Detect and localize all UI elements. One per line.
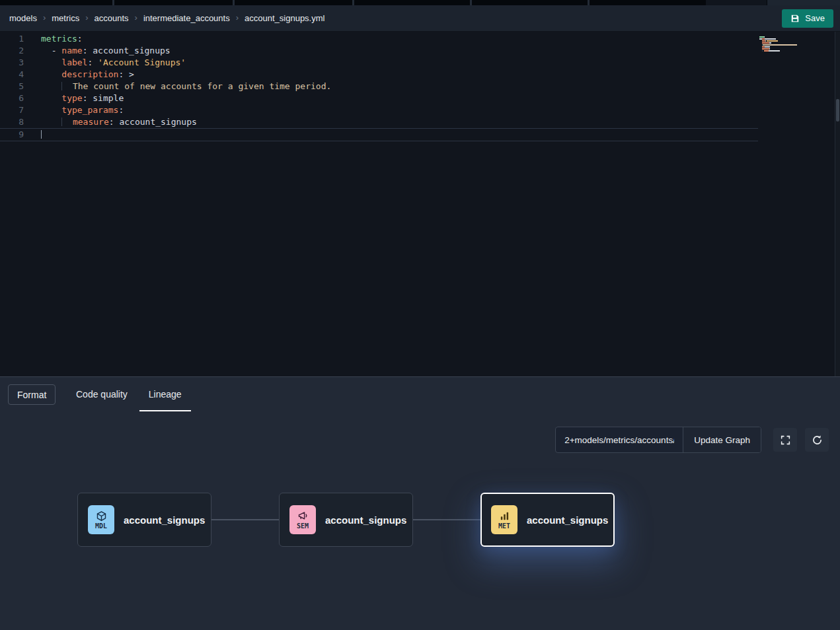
line-code	[41, 129, 42, 141]
lineage-selector-group: Update Graph	[555, 427, 761, 453]
node-type-badge: MDL	[95, 522, 107, 530]
save-button-label: Save	[805, 13, 825, 23]
editor-line[interactable]: 5 The count of new accounts for a given …	[0, 81, 758, 92]
editor-line[interactable]: 2 - name: account_signups	[0, 45, 758, 57]
line-number: 6	[0, 92, 24, 104]
tab-divider	[112, 0, 114, 5]
editor-line[interactable]: 7 type_params:	[0, 104, 758, 116]
line-number: 5	[0, 81, 24, 92]
breadcrumb-item-accounts[interactable]: accounts	[95, 13, 129, 23]
node-title: account_signups	[325, 514, 406, 526]
lineage-node[interactable]: MDL account_signups	[77, 493, 211, 547]
save-button[interactable]: Save	[782, 9, 833, 28]
editor-lines: 1 metrics: 2 - name: account_signups 3 l…	[0, 33, 758, 141]
breadcrumb-item-intermediate-accounts[interactable]: intermediate_accounts	[143, 13, 230, 23]
refresh-graph-button[interactable]	[805, 428, 829, 452]
file-tab[interactable]	[706, 0, 767, 5]
line-code: metrics:	[41, 33, 83, 45]
chevron-right-icon: ›	[85, 13, 88, 22]
line-code: - name: account_signups	[41, 45, 171, 57]
editor-line[interactable]: 8 measure: account_signups	[0, 116, 758, 128]
lineage-selector-input[interactable]	[556, 427, 683, 452]
lineage-node[interactable]: SEM account_signups	[279, 493, 413, 547]
editor-scrollbar[interactable]	[835, 32, 840, 376]
tab-divider	[352, 0, 354, 5]
format-button[interactable]: Format	[8, 384, 56, 405]
lineage-edge	[413, 519, 480, 520]
chevron-right-icon: ›	[236, 13, 239, 22]
editor-line[interactable]: 4 description: >	[0, 69, 758, 81]
tab-code-quality[interactable]: Code quality	[65, 377, 138, 411]
tab-divider	[233, 0, 235, 5]
tab-lineage-label: Lineage	[149, 389, 182, 400]
update-graph-button[interactable]: Update Graph	[683, 427, 761, 452]
tab-lineage[interactable]: Lineage	[138, 377, 192, 411]
breadcrumb-item-models[interactable]: models	[9, 13, 37, 23]
line-number: 1	[0, 33, 24, 45]
breadcrumb: models › metrics › accounts › intermedia…	[9, 13, 325, 23]
node-type-badge: MET	[498, 522, 510, 530]
editor-line[interactable]: 3 label: 'Account Signups'	[0, 57, 758, 69]
floppy-save-icon	[790, 14, 800, 23]
line-code: type_params:	[41, 104, 124, 116]
file-tab[interactable]	[767, 0, 840, 5]
node-type-badge: SEM	[297, 522, 309, 530]
line-code: type: simple	[41, 92, 124, 104]
editor-line[interactable]: 6 type: simple	[0, 92, 758, 104]
lineage-toolbar: Update Graph	[555, 427, 829, 453]
line-number: 7	[0, 104, 24, 116]
editor-line[interactable]: 9	[0, 128, 758, 141]
metric-chart-icon	[499, 510, 510, 522]
scrollbar-thumb[interactable]	[836, 99, 839, 122]
tab-code-quality-label: Code quality	[76, 389, 128, 400]
fullscreen-button[interactable]	[773, 428, 797, 452]
line-number: 9	[0, 129, 24, 141]
editor-line[interactable]: 1 metrics:	[0, 33, 758, 45]
semantic-megaphone-icon	[297, 510, 309, 522]
editor-minimap[interactable]	[759, 36, 802, 54]
line-number: 8	[0, 116, 24, 128]
code-editor[interactable]: 1 metrics: 2 - name: account_signups 3 l…	[0, 32, 840, 376]
tab-divider	[470, 0, 472, 5]
breadcrumb-item-filename: account_signups.yml	[245, 13, 325, 23]
node-type-tile: SEM	[289, 505, 316, 534]
breadcrumb-bar: models › metrics › accounts › intermedia…	[0, 5, 840, 32]
bottom-panel-tabs: Code quality Lineage	[65, 377, 192, 411]
line-code: label: 'Account Signups'	[41, 57, 186, 69]
breadcrumb-item-metrics[interactable]: metrics	[52, 13, 79, 23]
node-title: account_signups	[124, 514, 205, 526]
chevron-right-icon: ›	[135, 13, 137, 22]
model-cube-icon	[96, 510, 107, 522]
refresh-icon	[812, 435, 823, 446]
line-code: The count of new accounts for a given ti…	[41, 81, 331, 92]
line-number: 2	[0, 45, 24, 57]
file-tab-strip[interactable]	[0, 0, 840, 5]
lineage-edge	[211, 519, 279, 520]
node-title: account_signups	[527, 514, 608, 526]
node-type-tile: MDL	[88, 505, 114, 534]
line-code: description: >	[41, 69, 134, 81]
node-type-tile: MET	[491, 505, 517, 534]
tab-divider	[588, 0, 590, 5]
line-code: measure: account_signups	[41, 116, 197, 128]
line-number: 3	[0, 57, 24, 69]
dbt-ide-window: models › metrics › accounts › intermedia…	[0, 0, 840, 630]
chevron-right-icon: ›	[43, 13, 46, 22]
expand-fullscreen-icon	[780, 435, 791, 446]
line-number: 4	[0, 69, 24, 81]
bottom-panel: Format Code quality Lineage Update Graph	[0, 376, 840, 630]
lineage-node[interactable]: MET account_signups	[480, 493, 615, 547]
